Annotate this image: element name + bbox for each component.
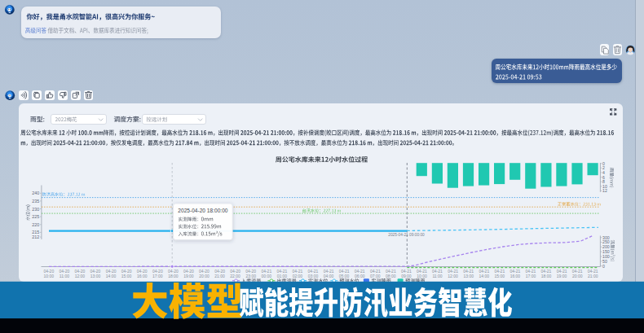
svg-text:09:00: 09:00 (401, 274, 412, 278)
svg-text:11:00: 11:00 (60, 274, 69, 278)
svg-text:21:00: 21:00 (588, 274, 598, 278)
svg-text:240: 240 (32, 191, 39, 195)
svg-text:08:00: 08:00 (386, 274, 396, 278)
svg-text:0: 0 (602, 264, 605, 269)
svg-text:12: 12 (602, 188, 607, 193)
svg-text:230: 230 (32, 207, 39, 212)
svg-text:16:00: 16:00 (510, 274, 521, 278)
svg-text:18:00: 18:00 (541, 274, 552, 278)
svg-text:19:00: 19:00 (557, 274, 567, 278)
svg-text:05:00: 05:00 (339, 274, 350, 278)
svg-text:235: 235 (32, 199, 39, 204)
svg-text:03:00: 03:00 (308, 274, 319, 278)
svg-text:22:00: 22:00 (230, 274, 240, 278)
svg-text:00:00: 00:00 (262, 274, 272, 278)
svg-text:2025-04-20 18:00:00: 2025-04-20 18:00:00 (178, 208, 228, 213)
svg-text:14:00: 14:00 (106, 274, 117, 278)
svg-text:10:00: 10:00 (417, 274, 427, 278)
svg-text:11:00: 11:00 (432, 274, 442, 278)
svg-text:06:00: 06:00 (355, 274, 365, 278)
svg-text:21:00: 21:00 (214, 274, 225, 278)
svg-text:01:00: 01:00 (277, 274, 288, 278)
svg-text:10:00: 10:00 (44, 274, 55, 278)
svg-text:225: 225 (32, 214, 39, 219)
svg-text:23:00: 23:00 (245, 274, 256, 278)
svg-text:19:00: 19:00 (183, 274, 194, 278)
svg-text:2025-04-21 09:00:00: 2025-04-21 09:00:00 (388, 233, 425, 237)
svg-text:15:00: 15:00 (495, 274, 505, 278)
svg-text:20:00: 20:00 (199, 274, 210, 278)
svg-text:16:00: 16:00 (137, 274, 148, 278)
svg-text:17:00: 17:00 (526, 274, 536, 278)
svg-text:02:00: 02:00 (293, 274, 303, 278)
svg-text:13:00: 13:00 (90, 274, 101, 278)
svg-text:17:00: 17:00 (152, 274, 163, 278)
svg-text:220: 220 (32, 222, 39, 227)
svg-text:12:00: 12:00 (448, 274, 458, 278)
svg-text:212: 212 (32, 234, 39, 239)
svg-text:13:00: 13:00 (463, 274, 474, 278)
svg-text:04:00: 04:00 (324, 274, 334, 278)
svg-text:14:00: 14:00 (479, 274, 490, 278)
svg-text:07:00: 07:00 (370, 274, 381, 278)
svg-text:20:00: 20:00 (572, 274, 583, 278)
svg-text:15:00: 15:00 (121, 274, 132, 278)
svg-text:18:00: 18:00 (168, 274, 179, 278)
svg-text:12:00: 12:00 (75, 274, 86, 278)
